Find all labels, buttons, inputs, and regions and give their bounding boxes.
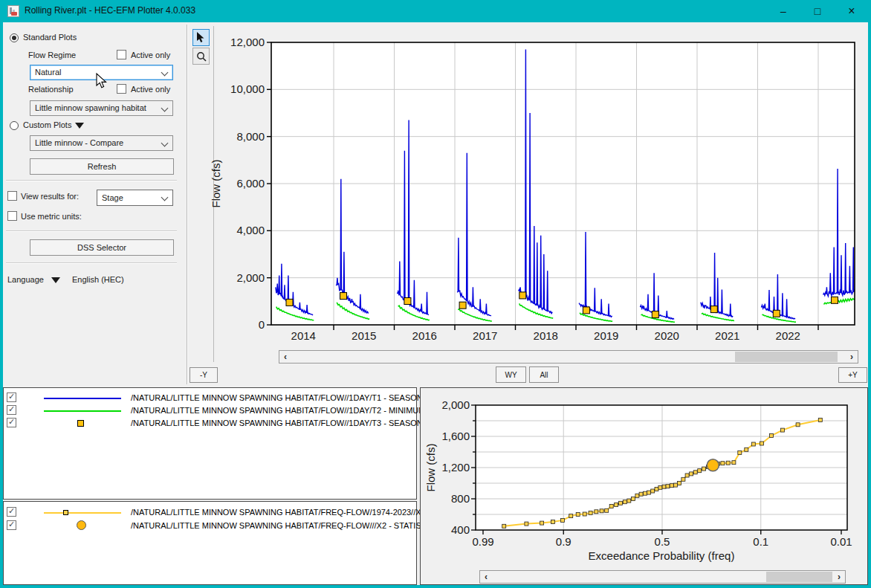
x-tick-label: 0.9: [556, 535, 572, 548]
mouse-cursor: [96, 73, 108, 89]
y-tick-label: 1,600: [441, 430, 470, 442]
seasonal-result-marker: [583, 307, 589, 314]
frequency-point-marker: [605, 508, 609, 512]
scrollbar-thumb[interactable]: [735, 352, 838, 362]
language-triangle-down-icon[interactable]: [51, 277, 60, 283]
scroll-left-icon[interactable]: ‹: [480, 571, 492, 583]
all-button[interactable]: All: [529, 366, 559, 383]
check-icon: ✓: [8, 417, 15, 427]
frequency-point-marker: [583, 512, 586, 516]
chevron-down-icon: [161, 105, 169, 112]
scroll-left-icon[interactable]: ‹: [279, 351, 291, 363]
separator: [6, 230, 177, 232]
flow-regime-active-only-checkbox[interactable]: [117, 50, 126, 59]
scroll-right-icon[interactable]: ›: [833, 571, 845, 583]
frequency-point-marker: [623, 500, 626, 504]
year-tick-label: 2022: [776, 329, 800, 342]
frequency-point-marker: [770, 434, 774, 438]
frequency-point-marker: [631, 497, 635, 501]
maximize-icon[interactable]: □: [800, 0, 835, 22]
standard-plots-radio[interactable]: [10, 33, 19, 42]
chevron-down-icon: [161, 140, 169, 147]
frequency-point-marker: [698, 469, 702, 473]
panel-divider-highlight: [187, 25, 188, 384]
legend-sample-blue-line: [44, 398, 121, 399]
relationship-active-only-checkbox[interactable]: [117, 84, 126, 94]
scrollbar-thumb[interactable]: [766, 572, 832, 582]
y-tick-label: 4,000: [236, 224, 265, 236]
frequency-point-marker: [670, 484, 673, 488]
frequency-point-marker: [674, 483, 678, 487]
check-icon: ✓: [8, 520, 15, 529]
metric-units-checkbox[interactable]: [7, 211, 17, 221]
frequency-point-marker: [796, 423, 800, 427]
view-results-select[interactable]: Stage: [97, 190, 173, 206]
plus-y-button[interactable]: +Y: [838, 367, 867, 383]
y-tick-label: 1,200: [441, 461, 470, 474]
main-chart-scrollbar[interactable]: ‹ ›: [279, 350, 858, 364]
frequency-point-marker: [666, 485, 670, 488]
frequency-point-marker: [681, 477, 685, 481]
separator: [6, 262, 177, 264]
y-axis-title: Flow (cfs): [210, 160, 222, 208]
frequency-point-marker: [502, 524, 506, 528]
app-window: { "window": { "title": "Rolling River.pl…: [0, 0, 871, 588]
relationship-label: Relationship: [28, 85, 74, 94]
y-tick-label: 800: [451, 492, 470, 505]
custom-plots-select[interactable]: Little minnow - Compare: [30, 135, 173, 151]
frequency-point-marker: [609, 505, 613, 508]
view-results-checkbox[interactable]: [7, 191, 17, 201]
metric-units-label: Use metric units:: [21, 212, 82, 221]
custom-plots-triangle-down-icon[interactable]: [75, 123, 84, 129]
title-bar[interactable]: Rolling River.plt - HEC-EFM Plotter 4.0.…: [0, 0, 871, 22]
custom-plots-radio[interactable]: [10, 121, 19, 130]
frequency-curve-chart[interactable]: 4008001,2001,6002,0000.990.90.50.10.01Fl…: [420, 387, 868, 569]
custom-plots-label: Custom Plots: [23, 120, 71, 129]
frequency-point-marker: [658, 485, 662, 489]
frequency-point-marker: [615, 503, 618, 506]
legend-checkbox[interactable]: ✓: [7, 418, 16, 427]
legend-sample-orange-circle: [77, 520, 86, 530]
legend-panel-frequency: ✓ /NATURAL/LITTLE MINNOW SPAWNING HABITA…: [3, 501, 417, 585]
frequency-point-marker: [540, 521, 544, 525]
legend-checkbox[interactable]: ✓: [7, 507, 16, 517]
frequency-point-marker: [760, 442, 764, 445]
legend-label: /NATURAL/LITTLE MINNOW SPAWNING HABITAT/…: [131, 406, 433, 415]
legend-row: ✓ /NATURAL/LITTLE MINNOW SPAWNING HABITA…: [4, 392, 416, 404]
frequency-point-marker: [780, 428, 784, 432]
legend-checkbox[interactable]: ✓: [7, 392, 16, 402]
legend-row: ✓ /NATURAL/LITTLE MINNOW SPAWNING HABITA…: [4, 506, 416, 519]
frequency-point-marker: [738, 451, 742, 455]
frequency-point-marker: [525, 522, 528, 526]
legend-checkbox[interactable]: ✓: [7, 520, 16, 530]
refresh-button[interactable]: Refresh: [30, 158, 174, 175]
close-icon[interactable]: ×: [835, 0, 869, 22]
seasonal-result-marker: [652, 311, 658, 318]
year-tick-label: 2021: [715, 329, 739, 342]
y-tick-label: 2,000: [441, 398, 470, 411]
relationship-select[interactable]: Little minnow spawning habitat: [30, 100, 173, 116]
scroll-right-icon[interactable]: ›: [846, 351, 858, 363]
legend-row: ✓ /NATURAL/LITTLE MINNOW SPAWNING HABITA…: [4, 520, 416, 532]
seasonal-result-marker: [340, 293, 347, 300]
seasonal-result-marker: [773, 310, 780, 317]
dss-selector-button[interactable]: DSS Selector: [30, 239, 174, 256]
seasonal-result-marker: [710, 306, 717, 313]
frequency-point-marker: [721, 462, 725, 465]
minimize-icon[interactable]: –: [766, 0, 800, 22]
frequency-point-marker: [589, 511, 592, 514]
water-year-button[interactable]: WY: [496, 366, 526, 383]
seasonal-flow-chart[interactable]: 02,0004,0006,0008,00010,00012,0002014201…: [190, 26, 868, 347]
frequency-point-marker: [627, 499, 631, 503]
year-tick-label: 2014: [291, 329, 316, 342]
minus-y-button[interactable]: -Y: [190, 367, 218, 383]
frequency-point-marker: [818, 419, 822, 422]
frequency-point-marker: [569, 514, 573, 518]
frequency-point-marker: [693, 471, 697, 474]
standard-plots-label: Standard Plots: [23, 33, 77, 42]
x-tick-label: 0.1: [753, 535, 768, 548]
separator: [6, 180, 177, 181]
frequency-chart-scrollbar[interactable]: ‹ ›: [479, 570, 846, 584]
legend-checkbox[interactable]: ✓: [7, 405, 16, 415]
check-icon: ✓: [8, 506, 15, 516]
